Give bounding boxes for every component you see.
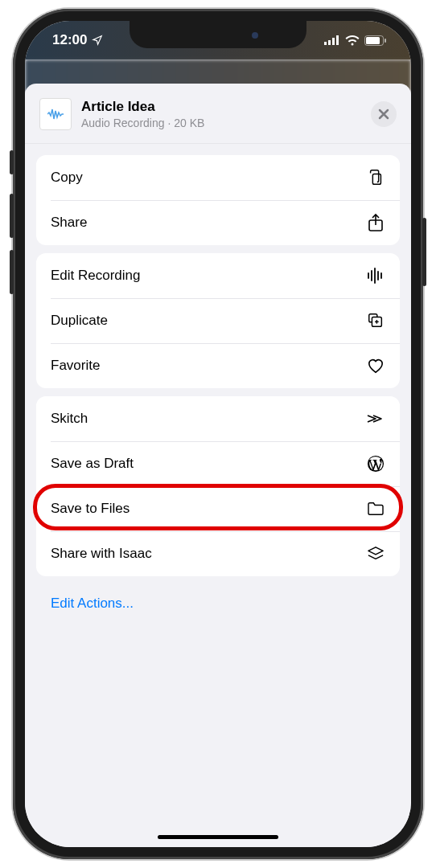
favorite-action[interactable]: Favorite	[36, 343, 400, 388]
svg-rect-6	[385, 39, 386, 43]
wifi-icon	[345, 35, 360, 46]
svg-rect-7	[372, 174, 380, 184]
home-indicator[interactable]	[158, 835, 278, 839]
skitch-icon	[366, 409, 385, 428]
menu-item-label: Skitch	[51, 411, 88, 427]
stack-icon	[366, 544, 385, 563]
item-thumbnail	[39, 98, 72, 130]
menu-groups: Copy Share	[25, 144, 411, 634]
menu-group: Copy Share	[36, 155, 400, 245]
menu-item-label: Share with Isaac	[51, 546, 152, 562]
menu-item-label: Edit Recording	[51, 268, 141, 284]
duplicate-action[interactable]: Duplicate	[36, 298, 400, 343]
item-title: Article Idea	[81, 99, 361, 115]
copy-icon	[366, 168, 385, 187]
menu-item-label: Save as Draft	[51, 456, 134, 472]
menu-group: Skitch Save as Draft Save	[36, 396, 400, 576]
share-with-isaac-action[interactable]: Share with Isaac	[36, 531, 400, 576]
item-info: Article Idea Audio Recording · 20 KB	[81, 99, 361, 129]
share-icon	[366, 213, 385, 232]
share-action[interactable]: Share	[36, 200, 400, 245]
svg-rect-1	[328, 40, 331, 45]
notch	[130, 21, 306, 48]
phone-body: 12:00 Article Idea	[13, 9, 423, 859]
close-icon	[378, 108, 389, 120]
save-as-draft-action[interactable]: Save as Draft	[36, 441, 400, 486]
screen: 12:00 Article Idea	[25, 21, 411, 847]
power-button	[422, 218, 426, 286]
copy-action[interactable]: Copy	[36, 155, 400, 200]
menu-item-label: Save to Files	[51, 501, 130, 517]
device-frame: 12:00 Article Idea	[0, 0, 436, 868]
audio-file-icon	[47, 108, 64, 121]
location-icon	[92, 35, 103, 46]
mute-switch	[10, 150, 14, 174]
svg-rect-5	[366, 37, 380, 44]
svg-rect-3	[336, 35, 339, 45]
close-button[interactable]	[371, 101, 397, 127]
menu-item-label: Share	[51, 215, 87, 231]
save-to-files-action[interactable]: Save to Files	[36, 486, 400, 531]
menu-group: Edit Recording Duplicate F	[36, 253, 400, 388]
svg-rect-2	[332, 38, 335, 45]
edit-recording-action[interactable]: Edit Recording	[36, 253, 400, 298]
menu-item-label: Favorite	[51, 358, 100, 374]
wordpress-icon	[366, 454, 385, 473]
signal-icon	[324, 35, 340, 45]
battery-icon	[364, 35, 387, 46]
edit-actions-label: Edit Actions...	[51, 596, 134, 611]
item-subtitle: Audio Recording · 20 KB	[81, 117, 361, 129]
volume-up-button	[10, 194, 14, 238]
heart-icon	[366, 356, 385, 375]
svg-rect-0	[324, 42, 327, 45]
edit-actions-button[interactable]: Edit Actions...	[36, 584, 400, 623]
volume-down-button	[10, 250, 14, 294]
waveform-icon	[366, 266, 385, 285]
share-sheet: Article Idea Audio Recording · 20 KB Cop…	[25, 84, 411, 847]
folder-icon	[366, 499, 385, 518]
skitch-action[interactable]: Skitch	[36, 396, 400, 441]
status-time: 12:00	[52, 32, 87, 48]
menu-item-label: Copy	[51, 170, 83, 186]
menu-item-label: Duplicate	[51, 313, 108, 329]
sheet-header: Article Idea Audio Recording · 20 KB	[25, 84, 411, 144]
duplicate-icon	[366, 311, 385, 330]
